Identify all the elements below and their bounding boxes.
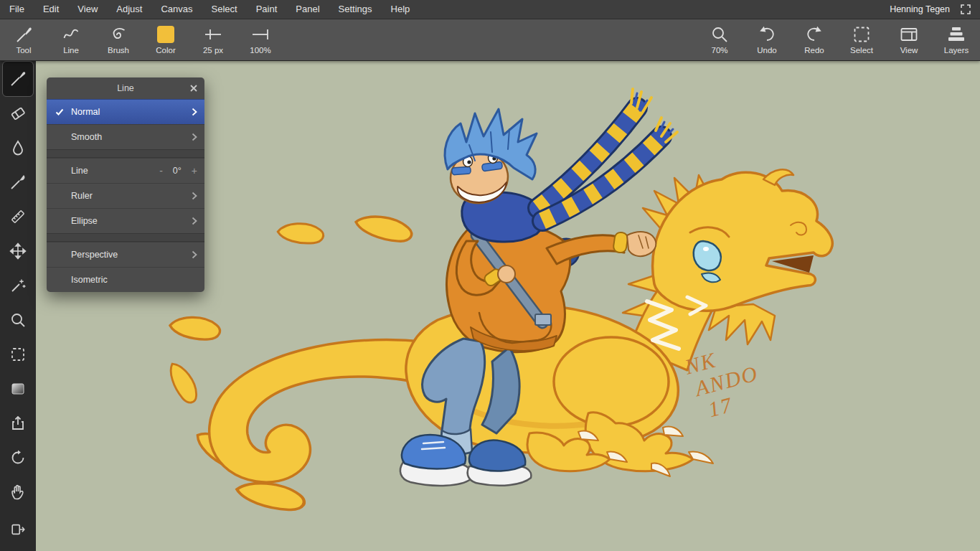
brush-icon bbox=[9, 70, 27, 88]
panel-row-smooth[interactable]: Smooth bbox=[47, 124, 204, 149]
brush-curl-icon bbox=[109, 25, 128, 44]
tool-cutter[interactable] bbox=[3, 165, 33, 199]
tool-hand[interactable] bbox=[3, 475, 33, 509]
brush-button[interactable]: Brush bbox=[95, 19, 142, 60]
checkmark-icon bbox=[55, 108, 71, 116]
tool-sidebar bbox=[0, 60, 36, 551]
collapse-panel-button[interactable] bbox=[3, 512, 33, 547]
panel-row-ellipse[interactable]: Ellipse bbox=[47, 208, 204, 233]
droplet-icon bbox=[9, 139, 27, 156]
tool-brush[interactable] bbox=[3, 62, 33, 96]
marquee-icon bbox=[852, 25, 871, 44]
hand-icon bbox=[9, 484, 27, 501]
panel-row-perspective[interactable]: Perspective bbox=[47, 242, 204, 267]
menubar: File Edit View Adjust Canvas Select Pain… bbox=[0, 0, 980, 19]
panel-row-normal[interactable]: Normal bbox=[47, 99, 204, 124]
share-icon bbox=[9, 415, 27, 432]
menu-file[interactable]: File bbox=[0, 0, 34, 19]
close-icon[interactable] bbox=[189, 83, 199, 93]
angle-value: 0° bbox=[173, 166, 182, 176]
panel-divider bbox=[47, 233, 204, 242]
menu-paint[interactable]: Paint bbox=[247, 0, 287, 19]
menu-adjust[interactable]: Adjust bbox=[107, 0, 151, 19]
menu-help[interactable]: Help bbox=[382, 0, 420, 19]
brush-size-button[interactable]: 25 px bbox=[189, 19, 237, 60]
undo-icon bbox=[758, 25, 776, 44]
brush-icon bbox=[14, 25, 33, 44]
panel-row-isometric[interactable]: Isometric bbox=[47, 267, 204, 292]
scalpel-icon bbox=[9, 174, 27, 191]
move-icon bbox=[9, 242, 27, 260]
menu-settings[interactable]: Settings bbox=[329, 0, 382, 19]
opacity-button[interactable]: 100% bbox=[237, 19, 284, 60]
user-account[interactable]: Henning Tegen bbox=[890, 4, 950, 14]
angle-decrease-button[interactable]: - bbox=[159, 165, 163, 176]
select-button[interactable]: Select bbox=[838, 19, 885, 60]
window-icon bbox=[900, 25, 918, 44]
marquee-icon bbox=[9, 346, 27, 363]
app-window: File Edit View Adjust Canvas Select Pain… bbox=[0, 0, 980, 551]
color-swatch bbox=[156, 25, 175, 44]
chevron-right-icon bbox=[192, 250, 197, 259]
toolbar: Tool Line Brush bbox=[0, 19, 980, 61]
panel-row-ruler[interactable]: Ruler bbox=[47, 183, 204, 208]
undo-button[interactable]: Undo bbox=[743, 19, 791, 60]
tool-move[interactable] bbox=[3, 234, 33, 268]
size-slider-icon bbox=[204, 25, 222, 44]
tool-ruler[interactable] bbox=[3, 199, 33, 234]
layers-icon bbox=[947, 25, 966, 44]
magnifier-icon bbox=[9, 311, 27, 329]
menu-panel[interactable]: Panel bbox=[286, 0, 329, 19]
redo-button[interactable]: Redo bbox=[791, 19, 838, 60]
zoom-level-button[interactable]: 70% bbox=[696, 19, 743, 60]
tool-gradient[interactable] bbox=[3, 372, 33, 406]
eraser-icon bbox=[9, 105, 27, 122]
magnifier-icon bbox=[710, 25, 729, 44]
dock-arrow-icon bbox=[10, 522, 26, 537]
rotate-reset-icon bbox=[9, 449, 27, 466]
layers-button[interactable]: Layers bbox=[933, 19, 980, 60]
view-button[interactable]: View bbox=[885, 19, 933, 60]
chevron-right-icon bbox=[192, 217, 197, 225]
panel-title: Line bbox=[47, 77, 204, 99]
tool-smudge[interactable] bbox=[3, 131, 33, 165]
color-button[interactable]: Color bbox=[142, 19, 189, 60]
gradient-icon bbox=[9, 380, 27, 397]
line-options-panel: Line Normal Smooth Line bbox=[47, 77, 204, 292]
tool-wand[interactable] bbox=[3, 268, 33, 303]
redo-icon bbox=[805, 25, 824, 44]
menu-edit[interactable]: Edit bbox=[34, 0, 68, 19]
menu-select[interactable]: Select bbox=[202, 0, 247, 19]
tool-share[interactable] bbox=[3, 406, 33, 441]
line-button[interactable]: Line bbox=[47, 19, 95, 60]
squiggle-line-icon bbox=[62, 25, 80, 44]
tool-eraser[interactable] bbox=[3, 96, 33, 131]
chevron-right-icon bbox=[192, 192, 197, 200]
tool-reset-view[interactable] bbox=[3, 441, 33, 475]
menu-canvas[interactable]: Canvas bbox=[151, 0, 202, 19]
angle-increase-button[interactable]: + bbox=[192, 165, 197, 176]
panel-divider bbox=[47, 149, 204, 158]
chevron-right-icon bbox=[192, 108, 197, 116]
chevron-right-icon bbox=[192, 133, 197, 141]
tool-zoom[interactable] bbox=[3, 303, 33, 337]
panel-row-line-angle: Line - 0° + bbox=[47, 158, 204, 183]
tool-button[interactable]: Tool bbox=[0, 19, 47, 60]
ruler-icon bbox=[9, 208, 27, 225]
wand-icon bbox=[9, 277, 27, 294]
fullscreen-icon[interactable] bbox=[960, 4, 971, 15]
tool-marquee-select[interactable] bbox=[3, 337, 33, 372]
opacity-slider-icon bbox=[251, 25, 270, 44]
menu-view[interactable]: View bbox=[68, 0, 107, 19]
